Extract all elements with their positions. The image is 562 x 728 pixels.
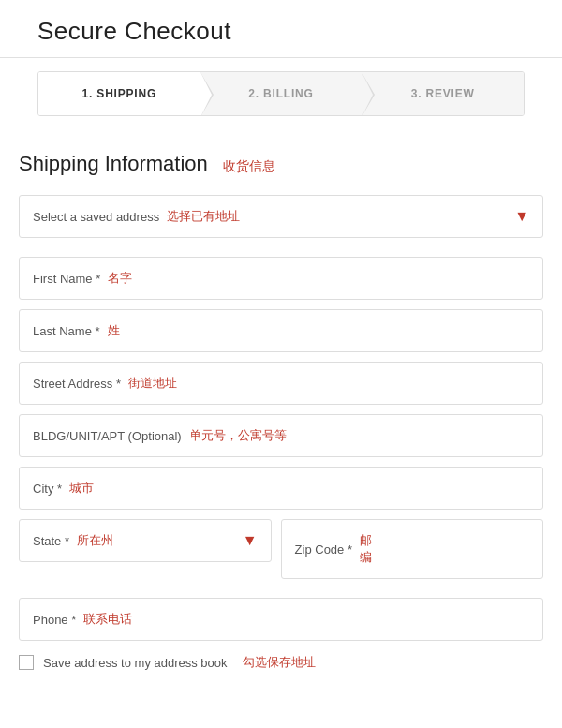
first-name-field[interactable]: First Name * 名字 bbox=[19, 257, 543, 300]
street-cn: 街道地址 bbox=[128, 375, 177, 392]
step-review-label: 3. REVIEW bbox=[411, 87, 475, 100]
steps-bar: 1. SHIPPING 2. BILLING 3. REVIEW bbox=[37, 71, 525, 116]
state-cn: 所在州 bbox=[77, 532, 113, 549]
street-label: Street Address * bbox=[33, 377, 121, 391]
state-label: State * bbox=[33, 534, 69, 548]
step-billing[interactable]: 2. BILLING bbox=[200, 72, 362, 115]
chevron-down-icon: ▼ bbox=[514, 208, 529, 225]
bldg-field[interactable]: BLDG/UNIT/APT (Optional) 单元号，公寓号等 bbox=[19, 414, 543, 457]
saved-address-field[interactable]: Select a saved address 选择已有地址 ▼ bbox=[19, 195, 543, 238]
state-field[interactable]: State * 所在州 ▼ bbox=[19, 519, 272, 562]
save-address-row: Save address to my address book 勾选保存地址 bbox=[19, 654, 543, 671]
header: Secure Checkout bbox=[0, 0, 562, 58]
bldg-cn: 单元号，公寓号等 bbox=[189, 427, 287, 444]
step-billing-label: 2. BILLING bbox=[248, 87, 313, 100]
step-review[interactable]: 3. REVIEW bbox=[362, 72, 524, 115]
page-title: Secure Checkout bbox=[37, 17, 525, 46]
zip-cn: 邮编 bbox=[360, 532, 372, 566]
last-name-field[interactable]: Last Name * 姓 bbox=[19, 309, 543, 352]
first-name-cn: 名字 bbox=[108, 270, 132, 287]
section-title: Shipping Information bbox=[19, 152, 208, 176]
main-content: Shipping Information 收货信息 Select a saved… bbox=[0, 129, 562, 690]
city-input[interactable] bbox=[94, 482, 529, 496]
state-group: State * 所在州 ▼ bbox=[19, 519, 272, 579]
phone-field[interactable]: Phone * 联系电话 bbox=[19, 598, 543, 641]
first-name-label: First Name * bbox=[33, 272, 100, 286]
phone-input[interactable] bbox=[132, 613, 529, 627]
section-title-cn: 收货信息 bbox=[223, 158, 275, 175]
last-name-cn: 姓 bbox=[108, 322, 120, 339]
zip-group: Zip Code * 邮编 bbox=[281, 519, 543, 579]
saved-address-wrapper: Select a saved address 选择已有地址 ▼ bbox=[19, 195, 543, 238]
step-shipping[interactable]: 1. SHIPPING bbox=[38, 72, 200, 115]
state-zip-row: State * 所在州 ▼ Zip Code * 邮编 bbox=[19, 519, 543, 579]
last-name-label: Last Name * bbox=[33, 324, 100, 338]
saved-address-cn: 选择已有地址 bbox=[167, 208, 240, 225]
saved-address-label: Select a saved address bbox=[33, 210, 159, 224]
city-label: City * bbox=[33, 482, 62, 496]
save-address-cn: 勾选保存地址 bbox=[243, 654, 316, 671]
last-name-input[interactable] bbox=[120, 324, 529, 338]
first-name-input[interactable] bbox=[132, 272, 529, 286]
zip-input[interactable] bbox=[372, 542, 529, 557]
save-address-label: Save address to my address book bbox=[43, 656, 228, 670]
phone-cn: 联系电话 bbox=[83, 611, 132, 628]
bldg-input[interactable] bbox=[287, 429, 529, 443]
saved-address-group: Select a saved address 选择已有地址 ▼ bbox=[19, 195, 543, 238]
state-wrapper: State * 所在州 ▼ bbox=[19, 519, 272, 562]
step-shipping-label: 1. SHIPPING bbox=[82, 87, 157, 100]
street-input[interactable] bbox=[177, 377, 529, 391]
section-title-row: Shipping Information 收货信息 bbox=[19, 152, 543, 176]
phone-label: Phone * bbox=[33, 613, 76, 627]
city-cn: 城市 bbox=[69, 480, 94, 497]
state-chevron-icon: ▼ bbox=[243, 532, 258, 549]
zip-field[interactable]: Zip Code * 邮编 bbox=[281, 519, 543, 579]
save-address-checkbox[interactable] bbox=[19, 655, 34, 670]
street-address-field[interactable]: Street Address * 街道地址 bbox=[19, 362, 543, 405]
zip-label: Zip Code * bbox=[295, 542, 352, 557]
bldg-label: BLDG/UNIT/APT (Optional) bbox=[33, 429, 182, 443]
city-field[interactable]: City * 城市 bbox=[19, 467, 543, 510]
